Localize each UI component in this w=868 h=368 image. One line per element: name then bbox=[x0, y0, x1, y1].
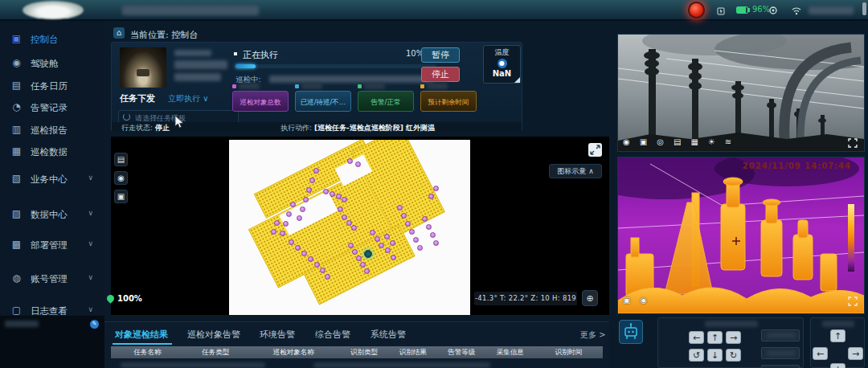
chip-done-pending[interactable]: 已巡/待巡/不… bbox=[295, 91, 351, 112]
waypoint-marker[interactable] bbox=[348, 243, 354, 248]
waypoint-marker[interactable] bbox=[433, 186, 439, 191]
waypoint-marker[interactable] bbox=[309, 178, 315, 183]
waypoint-marker[interactable] bbox=[401, 213, 407, 219]
waypoint-marker[interactable] bbox=[274, 220, 280, 226]
charging-pile-icon[interactable] bbox=[715, 5, 727, 16]
execute-now-dropdown[interactable]: 立即执行 ∨ bbox=[168, 93, 209, 104]
grid-icon[interactable]: ▦ bbox=[690, 137, 698, 146]
waypoint-marker[interactable] bbox=[280, 231, 285, 236]
waypoint-marker[interactable] bbox=[286, 211, 292, 217]
tab-system-alarms[interactable]: 系统告警 bbox=[371, 329, 406, 341]
chip-total-objects[interactable]: 巡检对象总数 bbox=[232, 91, 289, 112]
waypoint-marker[interactable] bbox=[375, 236, 380, 242]
walk-action-button[interactable] bbox=[761, 329, 800, 341]
waypoint-marker[interactable] bbox=[384, 234, 390, 239]
waypoint-marker[interactable] bbox=[295, 245, 301, 251]
waypoint-marker[interactable] bbox=[355, 162, 361, 167]
fullscreen-icon[interactable] bbox=[848, 138, 858, 148]
waypoint-marker[interactable] bbox=[417, 245, 423, 251]
waypoint-marker[interactable] bbox=[370, 230, 375, 235]
waypoint-marker[interactable] bbox=[391, 255, 396, 260]
waypoint-marker[interactable] bbox=[426, 224, 432, 230]
map-canvas[interactable] bbox=[229, 140, 470, 315]
map-camera-icon[interactable]: ▣ bbox=[114, 190, 128, 203]
settings-icon[interactable] bbox=[768, 5, 779, 16]
snapshot-icon[interactable]: ▣ bbox=[640, 137, 647, 146]
visible-camera-feed[interactable]: ◉ ▣ ◎ ▤ ▦ ☀ ≋ bbox=[617, 34, 865, 152]
waypoint-marker[interactable] bbox=[306, 187, 312, 193]
recenter-button[interactable]: ⊕ bbox=[582, 290, 598, 306]
waypoint-marker[interactable] bbox=[314, 262, 320, 268]
waypoint-marker[interactable] bbox=[301, 251, 307, 256]
pause-button[interactable]: 暂停 bbox=[421, 47, 460, 63]
waypoint-marker[interactable] bbox=[308, 256, 313, 262]
sidebar-item-task-calendar[interactable]: ▤ 任务日历 bbox=[0, 77, 104, 95]
waypoint-marker[interactable] bbox=[360, 262, 366, 268]
sidebar-item-cockpit[interactable]: ◉ 驾驶舱 bbox=[0, 55, 104, 72]
gimbal-right-button[interactable]: → bbox=[848, 347, 863, 360]
turn-right-button[interactable]: ↻ bbox=[726, 349, 741, 362]
move-back-button[interactable]: ↓ bbox=[707, 349, 723, 362]
record-icon[interactable]: ◉ bbox=[623, 137, 630, 146]
sidebar-item-business-center[interactable]: ▧ 业务中心 ∨ bbox=[0, 170, 104, 188]
waypoint-marker[interactable] bbox=[271, 229, 276, 235]
signal-icon[interactable]: ≋ bbox=[725, 137, 731, 146]
waypoint-marker[interactable] bbox=[346, 220, 352, 226]
gimbal-up-button[interactable]: ↑ bbox=[830, 329, 845, 342]
waypoint-marker[interactable] bbox=[352, 249, 358, 255]
fullscreen-icon[interactable] bbox=[848, 296, 858, 306]
extra-action-button[interactable] bbox=[761, 365, 800, 368]
waypoint-marker[interactable] bbox=[428, 194, 434, 199]
more-link[interactable]: 更多 > bbox=[580, 329, 606, 341]
move-right-button[interactable]: → bbox=[726, 331, 741, 344]
gimbal-left-button[interactable]: ← bbox=[813, 347, 828, 360]
waypoint-marker[interactable] bbox=[433, 240, 439, 246]
snapshot-icon[interactable]: ▣ bbox=[623, 296, 630, 305]
sidebar-item-data-center[interactable]: ▨ 数据中心 ∨ bbox=[0, 206, 104, 223]
waypoint-marker[interactable] bbox=[300, 206, 305, 212]
tab-env-alarms[interactable]: 环境告警 bbox=[260, 329, 295, 341]
map-layers-icon[interactable]: ▤ bbox=[114, 153, 128, 166]
move-forward-button[interactable]: ↑ bbox=[707, 331, 723, 344]
waypoint-marker[interactable] bbox=[320, 268, 326, 273]
sidebar-item-deploy-mgmt[interactable]: ▩ 部署管理 ∨ bbox=[0, 236, 104, 254]
waypoint-marker[interactable] bbox=[323, 189, 329, 194]
waypoint-marker[interactable] bbox=[342, 197, 347, 202]
sidebar-item-account-mgmt[interactable]: ◍ 账号管理 ∨ bbox=[0, 270, 104, 288]
waypoint-marker[interactable] bbox=[290, 202, 296, 207]
waypoint-marker[interactable] bbox=[283, 221, 289, 227]
waypoint-marker[interactable] bbox=[430, 232, 436, 238]
tab-combined-alarms[interactable]: 综合告警 bbox=[315, 329, 350, 341]
thermal-camera-feed[interactable]: 2024/11/09 14:07:44 ▣ ◉ bbox=[617, 157, 865, 314]
waypoint-marker[interactable] bbox=[351, 225, 357, 231]
edit-icon[interactable]: ✎ bbox=[90, 320, 99, 329]
locate-icon[interactable]: ◉ bbox=[114, 171, 128, 185]
waypoint-marker[interactable] bbox=[385, 247, 391, 253]
reset-action-button[interactable] bbox=[761, 347, 800, 359]
tab-object-alarms[interactable]: 巡检对象告警 bbox=[187, 329, 240, 341]
stop-button[interactable]: 停止 bbox=[421, 67, 460, 82]
sidebar-item-inspection-data[interactable]: ▦ 巡检数据 bbox=[0, 143, 104, 161]
waypoint-marker[interactable] bbox=[297, 215, 302, 221]
waypoint-marker[interactable] bbox=[409, 229, 415, 235]
legend-toggle[interactable]: 图标示意 ∧ bbox=[549, 164, 602, 178]
waypoint-marker[interactable] bbox=[379, 243, 384, 248]
waypoint-marker[interactable] bbox=[330, 191, 335, 197]
chip-alarm-normal[interactable]: 告警/正常 bbox=[358, 91, 414, 112]
waypoint-marker[interactable] bbox=[364, 268, 370, 274]
move-left-button[interactable]: ← bbox=[689, 331, 704, 344]
waypoint-marker[interactable] bbox=[313, 168, 319, 174]
waypoint-marker[interactable] bbox=[347, 158, 353, 164]
target-icon[interactable]: ◎ bbox=[657, 137, 664, 146]
waypoint-marker[interactable] bbox=[356, 256, 362, 261]
waypoint-marker[interactable] bbox=[397, 205, 403, 211]
light-icon[interactable]: ☀ bbox=[708, 137, 715, 146]
waypoint-marker[interactable] bbox=[289, 239, 294, 245]
waypoint-marker[interactable] bbox=[325, 274, 330, 280]
expand-map-icon[interactable] bbox=[588, 143, 602, 157]
chip-remaining-time[interactable]: 预计剩余时间 bbox=[420, 91, 477, 112]
sidebar-item-console[interactable]: ▣ 控制台 bbox=[0, 31, 104, 48]
waypoint-marker[interactable] bbox=[390, 240, 395, 246]
waypoint-marker[interactable] bbox=[303, 197, 309, 202]
waypoint-marker[interactable] bbox=[413, 237, 419, 243]
